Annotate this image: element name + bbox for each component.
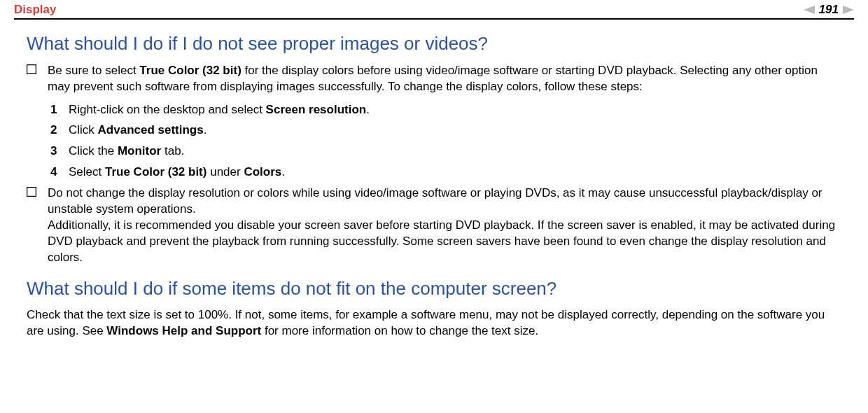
text-bold: True Color (32 bit)	[105, 165, 206, 178]
text-run: Click	[69, 123, 98, 136]
text-run: Be sure to select	[48, 64, 139, 77]
text-run: for more information on how to change th…	[261, 324, 538, 337]
step-item: Click Advanced settings.	[50, 120, 841, 141]
bullet-icon	[27, 63, 48, 95]
bullet-icon	[27, 186, 48, 266]
page-number-nav: 191	[804, 3, 854, 17]
bullet-item: Be sure to select True Color (32 bit) fo…	[27, 63, 841, 95]
text-run: Select	[69, 165, 105, 178]
step-item: Right-click on the desktop and select Sc…	[50, 99, 841, 120]
section-heading: What should I do if I do not see proper …	[27, 32, 841, 56]
text-run: Click the	[69, 144, 118, 158]
header-title: Display	[14, 3, 56, 17]
text-bold: Advanced settings	[98, 123, 204, 136]
next-page-icon[interactable]	[843, 6, 854, 14]
step-item: Click the Monitor tab.	[50, 141, 841, 162]
text-bold: Monitor	[118, 144, 161, 158]
text-run: .	[204, 123, 207, 136]
text-bold: Colors	[244, 165, 281, 178]
text-bold: True Color (32 bit)	[139, 64, 241, 77]
document-page: Display 191 What should I do if I do not…	[0, 0, 868, 354]
svg-rect-2	[27, 64, 36, 74]
header-rule	[14, 18, 854, 20]
bullet-text: Be sure to select True Color (32 bit) fo…	[48, 63, 841, 95]
svg-marker-1	[843, 6, 854, 14]
prev-page-icon[interactable]	[804, 6, 815, 14]
text-bold: Screen resolution	[266, 103, 367, 116]
section-heading: What should I do if some items do not fi…	[27, 277, 841, 301]
body-text: Check that the text size is set to 100%.…	[27, 307, 841, 340]
text-run: under	[206, 165, 244, 178]
text-run: Additionally, it is recommended you disa…	[48, 218, 835, 264]
text-run: .	[366, 103, 370, 116]
ordered-steps: Right-click on the desktop and select Sc…	[50, 99, 841, 183]
bullet-item: Do not change the display resolution or …	[27, 186, 841, 266]
bullet-text: Do not change the display resolution or …	[48, 186, 841, 266]
page-content: What should I do if I do not see proper …	[14, 32, 854, 340]
text-run: .	[281, 165, 285, 178]
svg-marker-0	[804, 6, 815, 14]
text-bold: Windows Help and Support	[106, 324, 261, 337]
text-run: Do not change the display resolution or …	[48, 186, 822, 216]
text-run: tab.	[161, 144, 184, 158]
text-run: Right-click on the desktop and select	[69, 103, 266, 116]
step-item: Select True Color (32 bit) under Colors.	[50, 162, 841, 183]
svg-rect-3	[27, 187, 36, 196]
page-header: Display 191	[14, 0, 854, 18]
page-number: 191	[819, 3, 839, 17]
